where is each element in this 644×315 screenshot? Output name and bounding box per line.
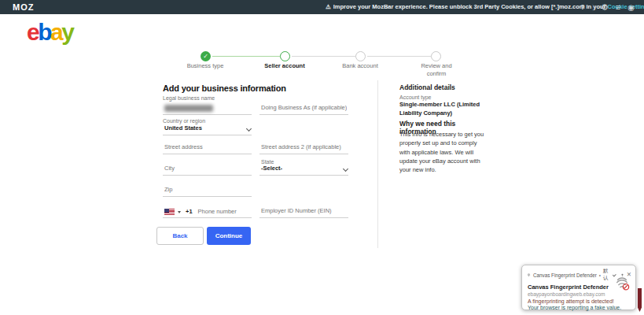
account-type-label: Account type <box>399 94 494 100</box>
step-label-review-confirm: Review and confirm <box>412 62 461 78</box>
step-bank-account-circle <box>355 51 366 61</box>
popup-detail-line: Your browser is reporting a fake value. <box>528 305 630 310</box>
zip-field[interactable] <box>163 185 252 197</box>
back-button[interactable]: Back <box>156 227 204 245</box>
page-title: Add your business information <box>163 83 286 93</box>
step-connector-2 <box>292 56 355 57</box>
phone-placeholder: Phone number <box>198 208 237 215</box>
record-icon[interactable]: ◉ <box>627 3 635 12</box>
popup-domain: ebaypayonboardingweb.ebay.com <box>528 291 630 297</box>
additional-details-heading: Additional details <box>399 83 494 91</box>
step-connector-3 <box>367 56 431 57</box>
step-seller-account-circle <box>280 51 290 61</box>
mozbar-warning: ⚠Improve your MozBar experience. Please … <box>326 3 577 10</box>
mozbar-warning-text: Improve your MozBar experience. Please u… <box>333 3 606 10</box>
help-icon[interactable]: ? <box>580 3 585 11</box>
fingerprint-blocked-icon <box>614 276 630 291</box>
step-label-business-type: Business type <box>174 62 237 70</box>
warning-icon: ⚠ <box>326 3 331 10</box>
step-business-type-circle: ✓ <box>201 51 211 61</box>
popup-separator: • <box>599 272 601 278</box>
page: MOZ ⚠Improve your MozBar experience. Ple… <box>0 0 644 315</box>
ebay-logo-b: b <box>38 20 50 44</box>
dial-code: +1 <box>186 208 193 215</box>
country-value: United States <box>164 124 202 132</box>
step-connector-1 <box>212 56 280 57</box>
legal-business-name-field[interactable] <box>163 103 252 115</box>
phone-field[interactable]: +1 Phone number <box>163 206 252 218</box>
check-icon: ✓ <box>203 53 208 60</box>
country-label: Country or region <box>163 118 205 124</box>
ebay-logo-e: e <box>27 20 38 44</box>
moz-logo: MOZ <box>13 2 34 12</box>
account-type-value: Single-member LLC (Limited Liability Com… <box>399 101 486 117</box>
continue-button[interactable]: Continue <box>207 227 251 245</box>
mozbar: MOZ ⚠Improve your MozBar experience. Ple… <box>0 0 644 14</box>
why-info-text: This info is necessary to get you proper… <box>399 130 488 174</box>
step-label-bank-account: Bank account <box>329 62 392 70</box>
step-review-circle <box>431 51 441 61</box>
ebay-logo-a: a <box>50 20 61 44</box>
state-value: -Select- <box>261 165 282 172</box>
legal-business-name-redacted-value <box>164 105 213 112</box>
chevron-down-icon <box>246 126 252 132</box>
us-flag-icon[interactable] <box>164 209 175 215</box>
content-divider <box>377 80 378 248</box>
popup-profile[interactable]: 默认 <box>603 268 610 282</box>
menu-icon[interactable]: ≡ <box>616 2 620 12</box>
step-label-seller-account: Seller account <box>253 62 316 70</box>
ebay-logo[interactable]: ebay <box>27 20 72 44</box>
ebay-logo-y: y <box>61 20 72 44</box>
popup-alert-line: A fingerprinting attempt is detected! <box>528 298 630 304</box>
chevron-down-icon <box>343 166 348 172</box>
country-select[interactable]: United States <box>163 124 252 135</box>
extension-icon <box>527 272 531 278</box>
flag-dropdown-caret-icon[interactable] <box>178 211 181 213</box>
edge-scroll-marker <box>638 288 642 312</box>
city-field[interactable] <box>163 164 252 176</box>
dba-field[interactable] <box>259 103 348 115</box>
toolbar-divider: | <box>592 3 594 11</box>
legal-business-name-label: Legal business name <box>163 95 215 101</box>
popup-header-title: Canvas Fingerprint Defender <box>533 272 597 278</box>
canvas-fingerprint-popup: Canvas Fingerprint Defender • 默认 ✕ Canva… <box>521 265 636 310</box>
street-address-2-field[interactable] <box>259 143 348 154</box>
state-select[interactable]: -Select- <box>259 164 348 176</box>
street-address-field[interactable] <box>163 143 252 154</box>
ein-field[interactable] <box>259 206 348 218</box>
gear-icon[interactable]: ⚙ <box>601 2 609 13</box>
